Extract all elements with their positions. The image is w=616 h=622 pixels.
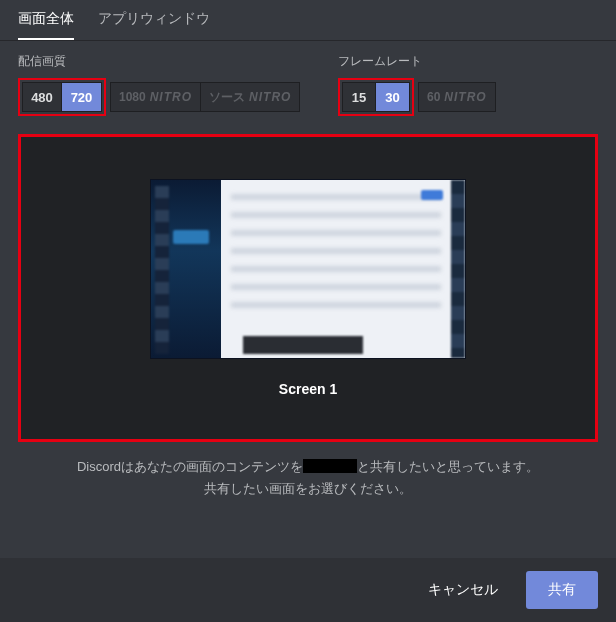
quality-nitro-options: 1080 NITRO ソース NITRO [110,82,300,112]
framerate-nitro-options: 60 NITRO [418,82,496,112]
stream-settings: 配信画質 480 720 1080 NITRO ソース NITRO [0,53,616,116]
quality-source-label: ソース [209,89,245,106]
share-button[interactable]: 共有 [526,571,598,609]
quality-720-button[interactable]: 720 [62,82,102,112]
framerate-30-button[interactable]: 30 [376,82,410,112]
screen-1-thumbnail[interactable] [150,179,466,359]
framerate-options-highlight: 15 30 [338,78,414,116]
tab-app-window[interactable]: アプリウィンドウ [98,10,210,40]
nitro-icon: NITRO [249,90,291,104]
quality-options-highlight: 480 720 [18,78,106,116]
quality-1080-label: 1080 [119,90,146,104]
quality-label: 配信画質 [18,53,308,70]
desc-line2: 共有したい画面をお選びください。 [204,481,412,496]
quality-section: 配信画質 480 720 1080 NITRO ソース NITRO [18,53,308,116]
desc-line1b: と共有したいと思っています。 [357,459,539,474]
screen-share-modal: 画面全体 アプリウィンドウ 配信画質 480 720 1080 NITRO ソー… [0,0,616,622]
nitro-icon: NITRO [150,90,192,104]
nitro-icon: NITRO [444,90,486,104]
cancel-button[interactable]: キャンセル [418,573,508,607]
description-text: Discordはあなたの画面のコンテンツをと共有したいと思っています。 共有した… [0,456,616,500]
quality-480-button[interactable]: 480 [22,82,62,112]
thumb-taskbar-region [243,336,363,354]
source-tabs: 画面全体 アプリウィンドウ [0,0,616,40]
framerate-section: フレームレート 15 30 60 NITRO [338,53,538,116]
framerate-15-button[interactable]: 15 [342,82,376,112]
tab-divider [0,40,616,41]
framerate-60-nitro: 60 NITRO [418,82,496,112]
thumb-edge-region [451,180,465,358]
screen-1-label: Screen 1 [279,381,337,397]
modal-footer: キャンセル 共有 [0,558,616,622]
redacted-username [303,459,357,473]
framerate-60-label: 60 [427,90,440,104]
quality-1080-nitro: 1080 NITRO [110,82,201,112]
screen-preview-area: Screen 1 [18,134,598,442]
quality-source-nitro: ソース NITRO [201,82,300,112]
tab-full-screen[interactable]: 画面全体 [18,10,74,40]
thumb-desktop-region [151,180,221,358]
framerate-label: フレームレート [338,53,538,70]
desc-line1a: Discordはあなたの画面のコンテンツを [77,459,303,474]
thumb-window-region [221,180,451,358]
